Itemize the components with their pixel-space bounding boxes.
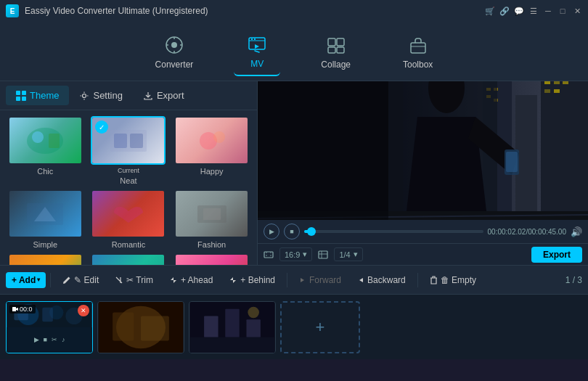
svg-point-72 [248,306,259,318]
nav-collage[interactable]: Collage [309,28,362,75]
tab-setting[interactable]: Setting [69,86,132,105]
nav-converter[interactable]: Converter [144,28,205,75]
toolbar-separator-3 [417,273,418,287]
svg-point-22 [213,131,225,143]
clip1-cut-icon[interactable]: ✂ [52,336,57,343]
theme-icon [16,91,26,101]
clip1-close-button[interactable]: ✕ [78,305,89,316]
theme-neat[interactable]: ✓ Current Neat [89,116,168,185]
romantic-thumbnail [107,200,150,229]
svg-rect-19 [114,134,127,148]
theme-travel[interactable]: Travel [6,253,85,265]
volume-icon[interactable]: 🔊 [571,226,582,237]
forward-button[interactable]: Forward [292,272,348,288]
svg-rect-66 [141,316,169,340]
export-icon [143,91,153,101]
svg-rect-44 [554,81,560,84]
theme-fashion-label: Fashion [197,240,226,249]
svg-rect-53 [258,81,388,220]
tab-theme[interactable]: Theme [6,86,69,105]
svg-rect-69 [204,316,218,337]
export-button[interactable]: Export [531,247,582,263]
timeline-clip-3[interactable] [189,301,276,353]
svg-rect-6 [337,38,344,46]
ahead-button[interactable]: + Ahead [162,272,220,288]
clip3-thumbnail [189,302,275,353]
quality-select[interactable]: 1/4 ▾ [334,247,362,261]
aspect-ratio-select[interactable]: 16:9 ▾ [279,247,312,261]
simple-thumbnail [23,200,67,229]
ahead-icon [169,276,178,284]
menu-icon[interactable]: ☰ [528,6,539,16]
nav-mv[interactable]: MV [234,27,280,76]
behind-label: + Behind [240,275,275,285]
setting-icon [79,91,89,101]
title-bar: E Eassiy Video Converter Ultimate (Unreg… [0,0,588,22]
add-button[interactable]: + Add ▾ [6,272,46,288]
svg-rect-62 [12,307,16,311]
cart-icon[interactable]: 🛒 [485,6,495,16]
chat-icon[interactable]: 💬 [514,6,524,16]
svg-point-14 [83,94,86,97]
behind-button[interactable]: + Behind [221,272,282,288]
svg-rect-25 [203,208,221,220]
timeline: ▶ ■ ✂ ♪ 00:0 ✕ [0,294,588,359]
theme-romantic[interactable]: Romantic [89,189,168,249]
svg-rect-9 [411,43,425,53]
theme-wedding[interactable]: Wedding [172,253,251,265]
video-meta-bar: 16:9 ▾ 1/4 ▾ Export [258,243,588,265]
nav-toolbox-label: Toolbox [403,60,433,70]
empty-label: 🗑 Empty [441,275,476,285]
timeline-clip-1[interactable]: ▶ ■ ✂ ♪ 00:0 ✕ [6,301,93,353]
theme-chic[interactable]: Chic [6,116,85,185]
tab-export[interactable]: Export [133,86,195,105]
forward-label: Forward [309,275,341,285]
clip1-audio-icon[interactable]: ♪ [62,336,65,343]
toolbar-separator-1 [50,273,51,287]
toolbar: + Add ▾ ✎ Edit ✂ Trim + Ahead + Behind F… [0,265,588,294]
converter-icon [163,33,186,57]
backward-icon [357,276,364,284]
theme-happy-label: Happy [200,167,224,176]
play-button[interactable]: ▶ [264,224,279,239]
minimize-button[interactable]: ─ [543,6,553,16]
stop-button[interactable]: ■ [284,224,300,239]
theme-fashion[interactable]: Fashion [172,189,251,249]
add-clip-button[interactable]: + [280,301,360,353]
close-button[interactable]: ✕ [572,6,582,16]
tab-theme-label: Theme [30,90,59,101]
edit-icon [62,276,71,284]
empty-button[interactable]: 🗑 Empty [422,272,483,288]
fashion-thumbnail [190,200,234,229]
backward-button[interactable]: Backward [350,272,413,288]
trim-button[interactable]: ✂ Trim [107,272,160,288]
edit-button[interactable]: ✎ Edit [55,272,106,288]
theme-grid: Chic ✓ Current Neat [0,110,257,265]
clip1-stop-icon[interactable]: ■ [44,336,47,343]
progress-bar[interactable] [304,230,483,233]
maximize-button[interactable]: □ [558,6,568,16]
theme-chic-label: Chic [37,167,53,176]
collage-icon [324,33,348,57]
theme-simple[interactable]: Simple [6,189,85,249]
clip1-video-icon [12,306,18,312]
page-count: 1 / 3 [565,275,582,285]
aspect-ratio-value: 16:9 [285,250,300,259]
svg-rect-17 [49,134,60,148]
theme-happy[interactable]: Happy [172,116,251,185]
svg-rect-46 [544,89,550,93]
clip1-time: 00:0 [20,306,33,313]
timeline-clip-2[interactable] [97,301,184,353]
svg-rect-3 [251,38,253,40]
svg-point-16 [32,131,44,143]
svg-rect-65 [113,312,134,340]
clip1-play-icon[interactable]: ▶ [34,336,39,343]
nav-collage-label: Collage [321,60,351,70]
quality-icon [318,250,328,260]
nav-toolbox[interactable]: Toolbox [391,28,444,75]
happy-thumbnail [190,126,234,155]
svg-rect-8 [337,47,344,53]
link-icon[interactable]: 🔗 [499,6,510,16]
svg-rect-38 [541,81,588,220]
theme-business[interactable]: Business [89,253,168,265]
